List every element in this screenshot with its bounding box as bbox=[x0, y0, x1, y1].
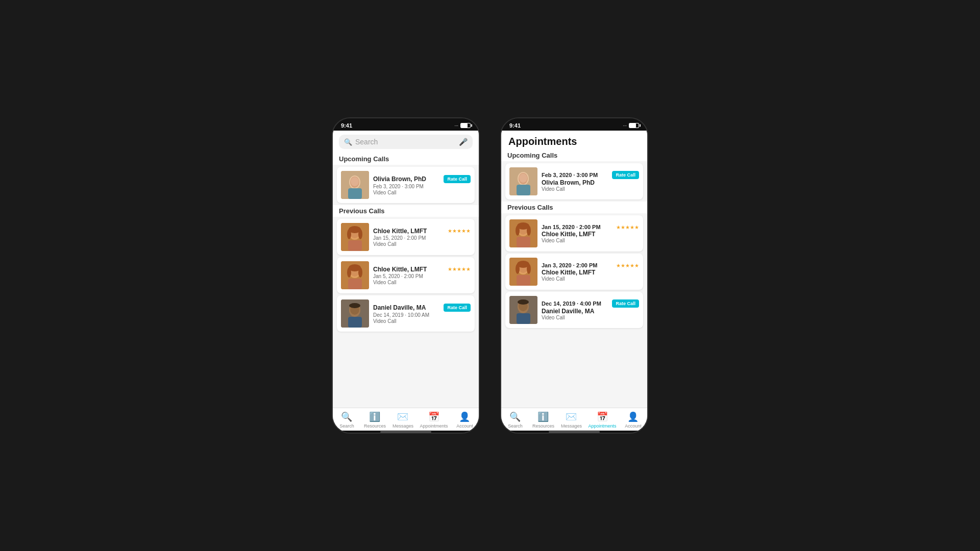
svg-point-42 bbox=[527, 264, 531, 274]
account-nav-label-1: Account bbox=[456, 423, 473, 429]
appt-card-chloe-2a[interactable]: Jan 15, 2020 · 2:00 PM ★★★★★ Chloe Kittl… bbox=[505, 215, 643, 252]
page-title-bar: Appointments bbox=[501, 131, 647, 149]
appt-info-olivia-2: Feb 3, 2020 · 3:00 PM Rate Call Olivia B… bbox=[542, 171, 639, 192]
appt-card-olivia-2[interactable]: Feb 3, 2020 · 3:00 PM Rate Call Olivia B… bbox=[505, 163, 643, 199]
bottom-nav-1: 🔍 Search ℹ️ Resources ✉️ Messages 📅 Appo… bbox=[333, 408, 479, 431]
svg-rect-45 bbox=[517, 313, 530, 324]
avatar-chloe-2 bbox=[341, 261, 369, 289]
appt-datetime-chloe-2a: Jan 15, 2020 · 2:00 PM bbox=[542, 224, 601, 230]
nav-account-2[interactable]: 👤 Account bbox=[622, 411, 644, 429]
upcoming-calls-title: Upcoming Calls bbox=[333, 153, 479, 165]
account-nav-label-2: Account bbox=[625, 423, 642, 429]
appt-card-daniel-1[interactable]: Daniel Daville, MA Rate Call Dec 14, 201… bbox=[337, 295, 475, 332]
appt-info-chloe-2a: Jan 15, 2020 · 2:00 PM ★★★★★ Chloe Kittl… bbox=[542, 223, 639, 243]
signal-icon-1: ··· bbox=[454, 123, 458, 128]
appt-name-row-daniel-2: Dec 14, 2019 · 4:00 PM Rate Call bbox=[542, 299, 639, 308]
nav-resources-2[interactable]: ℹ️ Resources bbox=[532, 411, 554, 429]
svg-rect-7 bbox=[348, 240, 362, 251]
appt-type-olivia-2: Video Call bbox=[542, 186, 639, 192]
appt-date-chloe-1: Jan 15, 2020 · 2:00 PM bbox=[373, 235, 471, 241]
appt-card-daniel-2[interactable]: Dec 14, 2019 · 4:00 PM Rate Call Daniel … bbox=[505, 292, 643, 328]
stars-chloe-2b: ★★★★★ bbox=[616, 263, 639, 268]
nav-account-1[interactable]: 👤 Account bbox=[453, 411, 476, 429]
screen-1: 🔍 Search 🎤 Upcoming Calls bbox=[333, 131, 479, 431]
signal-icon-2: ··· bbox=[623, 123, 627, 128]
list-area-2: Upcoming Calls Feb 3, 2020 · 3:00 PM bbox=[501, 149, 647, 408]
phone-1: 9:41 ··· 🔍 Search 🎤 Upcoming Calls bbox=[332, 117, 480, 434]
search-bar-container: 🔍 Search 🎤 bbox=[333, 131, 479, 153]
svg-point-35 bbox=[527, 226, 531, 236]
nav-appointments-1[interactable]: 📅 Appointments bbox=[420, 411, 448, 429]
appt-name-chloe-2b: Chloe Kittle, LMFT bbox=[542, 269, 639, 276]
appt-name-row-chloe-2a: Jan 15, 2020 · 2:00 PM ★★★★★ bbox=[542, 223, 639, 231]
appt-card-chloe-2b[interactable]: Jan 3, 2020 · 2:00 PM ★★★★★ Chloe Kittle… bbox=[505, 254, 643, 290]
rate-call-button-daniel-2[interactable]: Rate Call bbox=[612, 299, 639, 308]
messages-nav-label-2: Messages bbox=[561, 423, 582, 429]
status-icons-2: ··· bbox=[623, 123, 639, 128]
status-icons-1: ··· bbox=[454, 123, 471, 128]
appt-name-chloe-1: Chloe Kittle, LMFT bbox=[373, 228, 427, 235]
previous-calls-title: Previous Calls bbox=[333, 205, 479, 217]
avatar-chloe-2a bbox=[509, 219, 537, 247]
appt-type-chloe-1: Video Call bbox=[373, 241, 471, 247]
nav-messages-2[interactable]: ✉️ Messages bbox=[560, 411, 582, 429]
account-nav-icon-2: 👤 bbox=[627, 411, 639, 422]
mic-icon: 🎤 bbox=[459, 138, 468, 146]
appt-card-chloe-1[interactable]: Chloe Kittle, LMFT ★★★★★ Jan 15, 2020 · … bbox=[337, 219, 475, 255]
svg-point-10 bbox=[347, 229, 351, 239]
appt-name-chloe-2a: Chloe Kittle, LMFT bbox=[542, 231, 639, 238]
appt-datetime-daniel-2: Dec 14, 2019 · 4:00 PM bbox=[542, 300, 601, 307]
svg-point-34 bbox=[516, 226, 520, 236]
avatar-daniel-2 bbox=[509, 296, 537, 324]
svg-point-17 bbox=[347, 267, 351, 278]
battery-icon-1 bbox=[460, 123, 471, 128]
appt-info-chloe-2: Chloe Kittle, LMFT ★★★★★ Jan 5, 2020 · 2… bbox=[373, 266, 471, 285]
stars-chloe-1: ★★★★★ bbox=[448, 228, 471, 234]
stars-chloe-2a: ★★★★★ bbox=[616, 224, 639, 230]
svg-rect-27 bbox=[517, 185, 530, 195]
svg-point-47 bbox=[518, 299, 529, 305]
appt-date-chloe-2: Jan 5, 2020 · 2:00 PM bbox=[373, 273, 471, 279]
appt-card-olivia-upcoming[interactable]: Olivia Brown, PhD Rate Call Feb 3, 2020 … bbox=[337, 167, 475, 203]
avatar-olivia-2 bbox=[509, 167, 537, 195]
resources-nav-label-2: Resources bbox=[532, 423, 554, 429]
appt-datetime-chloe-2b: Jan 3, 2020 · 2:00 PM bbox=[542, 262, 597, 268]
nav-search-1[interactable]: 🔍 Search bbox=[335, 411, 358, 429]
resources-nav-label-1: Resources bbox=[364, 423, 386, 429]
appt-name-olivia-2: Olivia Brown, PhD bbox=[542, 179, 639, 186]
list-area-1: Upcoming Calls Olivia Brown, PhD Rat bbox=[333, 153, 479, 408]
appointments-nav-icon-1: 📅 bbox=[428, 411, 439, 422]
appt-date-olivia-1: Feb 3, 2020 · 3:00 PM bbox=[373, 184, 471, 189]
svg-point-4 bbox=[351, 177, 359, 186]
search-nav-label-2: Search bbox=[508, 423, 523, 429]
appt-name-daniel-1: Daniel Daville, MA bbox=[373, 304, 426, 311]
svg-point-18 bbox=[358, 267, 362, 278]
appt-name-row-chloe-1: Chloe Kittle, LMFT ★★★★★ bbox=[373, 228, 471, 235]
appt-name-row-olivia-2: Feb 3, 2020 · 3:00 PM Rate Call bbox=[542, 171, 639, 179]
svg-rect-21 bbox=[348, 317, 362, 328]
svg-point-41 bbox=[516, 264, 520, 274]
search-nav-label-1: Search bbox=[339, 423, 354, 429]
screen-2: Appointments Upcoming Calls bbox=[501, 131, 647, 431]
rate-call-button-daniel-1[interactable]: Rate Call bbox=[444, 304, 471, 312]
messages-nav-icon-2: ✉️ bbox=[566, 411, 577, 422]
appt-type-daniel-1: Video Call bbox=[373, 318, 471, 324]
svg-point-23 bbox=[349, 303, 360, 308]
appt-info-chloe-1: Chloe Kittle, LMFT ★★★★★ Jan 15, 2020 · … bbox=[373, 228, 471, 247]
appt-info-daniel-1: Daniel Daville, MA Rate Call Dec 14, 201… bbox=[373, 304, 471, 324]
avatar-daniel-1 bbox=[341, 299, 369, 328]
search-input[interactable]: Search bbox=[355, 138, 456, 146]
appt-card-chloe-2[interactable]: Chloe Kittle, LMFT ★★★★★ Jan 5, 2020 · 2… bbox=[337, 257, 475, 293]
appt-type-olivia-1: Video Call bbox=[373, 190, 471, 195]
nav-resources-1[interactable]: ℹ️ Resources bbox=[363, 411, 386, 429]
home-indicator-2 bbox=[501, 431, 647, 433]
rate-call-button-olivia-1[interactable]: Rate Call bbox=[444, 175, 471, 183]
search-bar[interactable]: 🔍 Search 🎤 bbox=[339, 135, 473, 149]
nav-search-2[interactable]: 🔍 Search bbox=[504, 411, 526, 429]
appt-type-daniel-2: Video Call bbox=[542, 315, 639, 320]
nav-messages-1[interactable]: ✉️ Messages bbox=[391, 411, 414, 429]
status-time-2: 9:41 bbox=[509, 122, 521, 129]
appt-name-chloe-2: Chloe Kittle, LMFT bbox=[373, 266, 427, 273]
rate-call-button-olivia-2[interactable]: Rate Call bbox=[612, 171, 639, 179]
nav-appointments-2[interactable]: 📅 Appointments bbox=[588, 411, 616, 429]
